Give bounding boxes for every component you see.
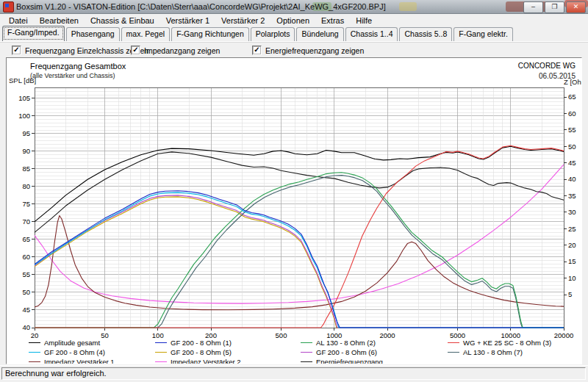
svg-text:100: 100 bbox=[18, 112, 30, 120]
legend-swatch bbox=[301, 352, 312, 353]
legend-swatch bbox=[155, 352, 167, 353]
checkbox-label: Energiefrequenzgang zeigen bbox=[265, 46, 364, 55]
legend-item: GF 200 - 8 Ohm (6) bbox=[301, 348, 377, 356]
y-left-axis-caption: SPL [dB] bbox=[9, 76, 36, 84]
menu-item[interactable]: Extras bbox=[315, 15, 350, 26]
svg-text:50: 50 bbox=[568, 143, 576, 151]
legend-item: WG + KE 25 SC - 8 Ohm (3) bbox=[448, 339, 551, 347]
tab-label: F-Gang elektr. bbox=[459, 29, 508, 38]
tab-label: F-Gang Richtungen bbox=[176, 29, 244, 38]
minimize-button[interactable]: – bbox=[523, 1, 543, 13]
svg-text:65: 65 bbox=[568, 93, 576, 101]
legend-label: Energiefrequenzgang bbox=[316, 358, 383, 364]
menu-item[interactable]: Bearbeiten bbox=[34, 15, 85, 26]
tab-label: Chassis 5..8 bbox=[404, 29, 447, 38]
legend-item: Energiefrequenzgang bbox=[301, 358, 383, 364]
tab[interactable]: Polarplots bbox=[251, 27, 295, 41]
project-name: CONCORDE WG bbox=[518, 62, 576, 70]
menu-item[interactable]: Optionen bbox=[270, 15, 315, 26]
legend-swatch bbox=[448, 352, 459, 353]
svg-text:105: 105 bbox=[18, 94, 30, 102]
tab-label: max. Pegel bbox=[126, 29, 165, 38]
menu-bar: Datei Bearbeiten Chassis & Einbau Verstä… bbox=[0, 14, 588, 26]
legend-swatch bbox=[29, 352, 40, 353]
menu-item-label: Optionen bbox=[276, 16, 309, 25]
app-icon bbox=[3, 1, 14, 12]
menu-item-label: Verstärker 1 bbox=[166, 16, 209, 25]
svg-text:65: 65 bbox=[22, 235, 30, 243]
svg-text:95: 95 bbox=[22, 129, 30, 137]
menu-item-label: Extras bbox=[321, 16, 344, 25]
svg-text:85: 85 bbox=[22, 165, 30, 173]
close-button[interactable]: ✕ bbox=[566, 1, 586, 13]
show-option: ✓ Frequenzgang Einzelchassis zeigen bbox=[12, 46, 148, 55]
tab[interactable]: F-Gang elektr. bbox=[453, 27, 513, 41]
legend-label: WG + KE 25 SC - 8 Ohm (3) bbox=[463, 339, 551, 347]
checkbox[interactable]: ✓ bbox=[131, 46, 140, 55]
tab[interactable]: Chassis 5..8 bbox=[399, 27, 452, 41]
maximize-button[interactable]: ❐ bbox=[545, 1, 564, 13]
svg-text:45: 45 bbox=[22, 306, 30, 314]
svg-text:50: 50 bbox=[22, 288, 30, 296]
tab[interactable]: Chassis 1..4 bbox=[345, 27, 398, 41]
legend-swatch bbox=[155, 361, 167, 362]
tab[interactable]: F-Gang Richtungen bbox=[171, 27, 249, 41]
svg-text:55: 55 bbox=[22, 270, 30, 278]
menu-item-label: Hilfe bbox=[356, 16, 372, 25]
menu-item[interactable]: Verstärker 2 bbox=[215, 15, 270, 26]
menu-item[interactable]: Hilfe bbox=[350, 15, 378, 26]
menu-item-label: Bearbeiten bbox=[40, 16, 79, 25]
svg-text:30: 30 bbox=[568, 208, 576, 216]
tab-label: Chassis 1..4 bbox=[351, 29, 393, 38]
menu-item-label: Verstärker 2 bbox=[221, 16, 265, 25]
chart-subtitle: (alle Verstärker und Chassis) bbox=[30, 72, 115, 79]
tab[interactable]: Phasengang bbox=[66, 27, 120, 41]
legend-swatch bbox=[301, 342, 312, 343]
y-right-axis-caption: Z [Ohm] bbox=[564, 78, 582, 86]
tab-bar: F-Gang/Imped. Phasengang max. Pegel F-Ga… bbox=[0, 27, 588, 42]
legend-item: Amplitude gesamt bbox=[29, 339, 100, 347]
checkbox-label: Frequenzgang Einzelchassis zeigen bbox=[25, 46, 148, 55]
svg-text:45: 45 bbox=[568, 159, 576, 167]
menu-item[interactable]: Chassis & Einbau bbox=[85, 15, 160, 26]
checkbox[interactable]: ✓ bbox=[12, 46, 21, 55]
legend-item: AL 130 - 8 Ohm (2) bbox=[301, 339, 376, 347]
legend-label: Impedanz Verstärker 2 bbox=[171, 358, 241, 364]
legend-item: AL 130 - 8 Ohm (7) bbox=[448, 348, 523, 356]
svg-text:40: 40 bbox=[22, 323, 30, 331]
menu-item-label: Datei bbox=[9, 16, 28, 25]
tab[interactable]: max. Pegel bbox=[121, 27, 171, 41]
show-option: ✓ Energiefrequenzgang zeigen bbox=[252, 46, 364, 55]
svg-text:10: 10 bbox=[568, 274, 576, 282]
tab-label: F-Gang/Imped. bbox=[7, 28, 60, 37]
checkbox[interactable]: ✓ bbox=[252, 46, 262, 55]
legend-swatch bbox=[448, 342, 459, 343]
legend-item: GF 200 - 8 Ohm (4) bbox=[29, 348, 105, 356]
legend-swatch bbox=[29, 342, 40, 343]
legend-item: GF 200 - 8 Ohm (5) bbox=[155, 348, 232, 356]
tab[interactable]: F-Gang/Imped. bbox=[2, 26, 65, 41]
menu-item[interactable]: Verstärker 1 bbox=[160, 15, 215, 26]
menu-item[interactable]: Datei bbox=[3, 15, 34, 26]
title-bar[interactable]: Boxsim V1.20 - VISATON-Edition [C:\Daten… bbox=[0, 0, 588, 14]
svg-text:500: 500 bbox=[276, 331, 287, 339]
svg-text:15: 15 bbox=[568, 257, 576, 265]
legend-label: Impedanz Verstärker 1 bbox=[44, 358, 115, 364]
legend-label: GF 200 - 8 Ohm (5) bbox=[171, 348, 232, 356]
svg-text:40: 40 bbox=[568, 175, 576, 183]
svg-text:35: 35 bbox=[568, 192, 576, 200]
svg-text:70: 70 bbox=[22, 217, 30, 226]
svg-text:2000: 2000 bbox=[379, 331, 395, 339]
legend-swatch bbox=[301, 361, 312, 362]
boxsim-window: Boxsim V1.20 - VISATON-Edition [C:\Daten… bbox=[0, 0, 588, 382]
svg-text:20000: 20000 bbox=[554, 331, 573, 339]
svg-text:60: 60 bbox=[22, 253, 30, 261]
legend-label: GF 200 - 8 Ohm (4) bbox=[44, 348, 105, 356]
tab-label: Bündelung bbox=[301, 29, 338, 38]
frequency-response-chart: 4045505560657075808590951001055101520253… bbox=[7, 58, 581, 364]
status-bar: Berechnung war erfolgreich. bbox=[0, 365, 588, 382]
tab-label: Polarplots bbox=[256, 29, 290, 38]
tab[interactable]: Bündelung bbox=[296, 27, 343, 41]
legend-label: GF 200 - 8 Ohm (6) bbox=[316, 348, 377, 356]
svg-text:60: 60 bbox=[568, 109, 576, 118]
